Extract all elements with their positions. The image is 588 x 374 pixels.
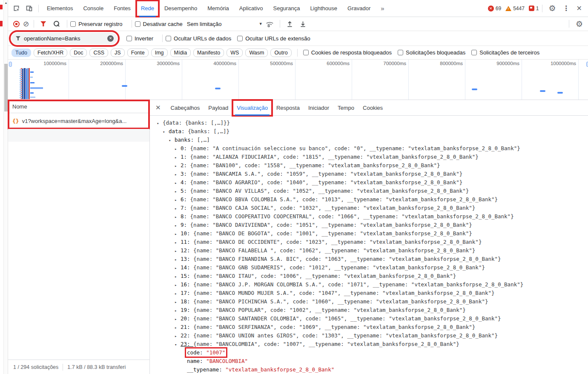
invert-filter-checkbox[interactable]: Inverter: [126, 35, 153, 42]
bank-item-row[interactable]: ▸8: {name: "BANCO COOPERATIVO COOPCENTRA…: [157, 212, 588, 221]
expand-arrow-icon[interactable]: ▸: [175, 323, 181, 332]
tree-banks-row[interactable]: ▾banks: [,…]: [157, 136, 588, 144]
chip-fetch-xhr[interactable]: Fetch/XHR: [34, 49, 67, 57]
bank-item-row[interactable]: ▸9: {name: "BANCO DAVIVIENDA", code: "10…: [157, 221, 588, 229]
detail-tab-cabe-alhos[interactable]: Cabeçalhos: [166, 100, 204, 116]
expand-arrow-icon[interactable]: ▸: [175, 255, 181, 264]
expand-arrow-icon[interactable]: ▸: [175, 170, 181, 179]
chip-wasm[interactable]: Wasm: [245, 49, 268, 57]
expand-arrow-icon[interactable]: ▸: [175, 272, 181, 281]
chip-img[interactable]: Img: [151, 49, 168, 57]
clear-network-log-icon[interactable]: ⊘: [23, 21, 29, 27]
expand-arrow-icon[interactable]: ▸: [175, 221, 181, 230]
expand-arrow-icon[interactable]: ▸: [175, 306, 181, 315]
hide-data-urls-checkbox[interactable]: Ocultar URLs de dados: [166, 35, 231, 42]
bank-item-row[interactable]: ▸20: {name: "BANCO SANTANDER COLOMBIA", …: [157, 314, 588, 323]
tab-rede[interactable]: Rede: [136, 0, 159, 17]
close-details-icon[interactable]: ✕: [150, 104, 166, 111]
filter-input[interactable]: operationName=Banks ✕: [11, 33, 117, 44]
expand-arrow-icon[interactable]: ▸: [175, 187, 181, 196]
expand-arrow-icon[interactable]: ▸: [175, 264, 181, 272]
detail-tab-tempo[interactable]: Tempo: [333, 100, 359, 116]
chip-js[interactable]: JS: [111, 49, 125, 57]
tab-elementos[interactable]: Elementos: [42, 0, 78, 17]
expand-arrow-icon[interactable]: ▸: [175, 153, 181, 162]
bank-item-row[interactable]: ▸7: {name: "BANCO CAJA SOCIAL", code: "1…: [157, 204, 588, 212]
expand-arrow-icon[interactable]: ▸: [175, 238, 181, 247]
tab-desempenho[interactable]: Desempenho: [159, 0, 202, 17]
tab-segurança[interactable]: Segurança: [268, 0, 305, 17]
chip-manifesto[interactable]: Manifesto: [193, 49, 224, 57]
expand-arrow-icon[interactable]: ▸: [175, 281, 181, 289]
bank-item-row[interactable]: ▸15: {name: "BANCO ITAU", code: "1006", …: [157, 272, 588, 280]
collapse-arrow-icon[interactable]: ▾: [163, 128, 169, 136]
bank-item-row[interactable]: ▸0: {name: "A continuación seleccione su…: [157, 144, 588, 153]
chip-m-dia[interactable]: Mídia: [170, 49, 191, 57]
inspect-element-icon[interactable]: [10, 3, 23, 14]
bank-item-row[interactable]: ▸19: {name: "BANCO POPULAR", code: "1002…: [157, 306, 588, 314]
preserve-log-checkbox[interactable]: Preservar registro: [70, 21, 122, 27]
tree-data-row[interactable]: ▾data: {banks: [,…]}: [157, 127, 588, 136]
console-errors-badge[interactable]: ✕ 69: [488, 6, 501, 11]
bank-item-row[interactable]: ▸14: {name: "BANCO GNB SUDAMERIS", code:…: [157, 263, 588, 272]
network-conditions-icon[interactable]: [263, 20, 277, 28]
bank-item-row[interactable]: ▸1: {name: "ALIANZA FIDUCIARIA", code: "…: [157, 153, 588, 161]
issues-badge[interactable]: 1: [529, 6, 539, 11]
expand-arrow-icon[interactable]: ▸: [175, 196, 181, 204]
collapse-arrow-icon[interactable]: ▾: [169, 136, 175, 145]
expand-arrow-icon[interactable]: ▸: [175, 145, 181, 153]
page-scrollbar[interactable]: ▲: [3, 0, 8, 374]
chip-fonte[interactable]: Fonte: [127, 49, 149, 57]
network-settings-gear-icon[interactable]: ⚙: [572, 19, 588, 29]
import-har-icon[interactable]: [283, 20, 296, 28]
kebab-menu-icon[interactable]: ⋮: [559, 4, 573, 12]
chip-tudo[interactable]: Tudo: [11, 49, 31, 57]
bank-item-row[interactable]: ▸18: {name: "BANCO PICHINCHA S.A.", code…: [157, 297, 588, 306]
bank-item-row[interactable]: ▸13: {name: "BANCO FINANDINA S.A. BIC", …: [157, 255, 588, 263]
disable-cache-checkbox[interactable]: Desativar cache: [135, 21, 183, 27]
detail-tab-resposta[interactable]: Resposta: [272, 100, 304, 116]
bank-item-row[interactable]: ▾23: {name: "BANCOLOMBIA", code: "1007",…: [157, 340, 588, 348]
tree-root-row[interactable]: ▾{data: {banks: [,…]}}: [157, 119, 588, 127]
bank-field-row[interactable]: __typename: "vtexlatam_banksforpse_2_8_0…: [157, 365, 588, 374]
scrollbar-thumb[interactable]: [4, 64, 8, 111]
console-warnings-badge[interactable]: 5447: [505, 6, 525, 11]
detail-tab-iniciador[interactable]: Iniciador: [304, 100, 333, 116]
expand-arrow-icon[interactable]: ▸: [175, 332, 181, 340]
chip-outro[interactable]: Outro: [270, 49, 291, 57]
bank-item-row[interactable]: ▸11: {name: "BANCO DE OCCIDENTE", code: …: [157, 238, 588, 246]
hide-extension-urls-checkbox[interactable]: Ocultar URLs de extensão: [237, 35, 310, 42]
bank-field-row[interactable]: code: "1007": [157, 348, 588, 357]
expand-arrow-icon[interactable]: ▸: [175, 179, 181, 187]
bank-item-row[interactable]: ▸16: {name: "BANCO J.P. MORGAN COLOMBIA …: [157, 280, 588, 289]
network-overview-timeline[interactable]: 100000ms200000ms300000ms400000ms500000ms…: [8, 60, 588, 100]
expand-arrow-icon[interactable]: ▸: [175, 315, 181, 323]
bank-item-row[interactable]: ▸4: {name: "BANCO AGRARIO", code: "1040"…: [157, 178, 588, 187]
bank-item-row[interactable]: ▸3: {name: "BANCAMIA S.A.", code: "1059"…: [157, 170, 588, 178]
tab-aplicativo[interactable]: Aplicativo: [234, 0, 268, 17]
bank-field-row[interactable]: name: "BANCOLOMBIA": [157, 357, 588, 365]
tab-memória[interactable]: Memória: [202, 0, 234, 17]
clear-filter-icon[interactable]: ✕: [107, 35, 114, 42]
bank-item-row[interactable]: ▸21: {name: "BANCO SERFINANZA", code: "1…: [157, 323, 588, 331]
expand-arrow-icon[interactable]: ▸: [175, 213, 181, 221]
close-devtools-icon[interactable]: ✕: [573, 4, 588, 12]
throttling-select[interactable]: Sem limitação ▼: [187, 21, 263, 27]
expand-arrow-icon[interactable]: ▸: [175, 289, 181, 298]
bank-item-row[interactable]: ▸2: {name: "BAN100", code: "1558", __typ…: [157, 161, 588, 170]
export-har-icon[interactable]: [296, 20, 310, 28]
expand-arrow-icon[interactable]: ▸: [175, 247, 181, 255]
checkbox-solicita-es-de-terceiros[interactable]: Solicitações de terceiros: [471, 49, 539, 56]
record-network-log-icon[interactable]: [13, 21, 20, 27]
search-icon[interactable]: [54, 21, 60, 27]
checkbox-solicita-es-bloqueadas[interactable]: Solicitações bloqueadas: [398, 49, 465, 56]
tab-lighthouse[interactable]: Lighthouse: [305, 0, 342, 17]
tab-gravador[interactable]: Gravador: [342, 0, 376, 17]
scroll-up-arrow-icon[interactable]: ▲: [4, 1, 8, 4]
checkbox-cookies-de-resposta-bloqueados[interactable]: Cookies de resposta bloqueados: [303, 49, 392, 56]
timeline-right-handle[interactable]: [586, 62, 588, 67]
detail-tab-cookies[interactable]: Cookies: [359, 100, 387, 116]
requests-name-column-header[interactable]: Nome: [8, 100, 149, 113]
chip-doc[interactable]: Doc: [70, 49, 87, 57]
tab-console[interactable]: Console: [78, 0, 109, 17]
